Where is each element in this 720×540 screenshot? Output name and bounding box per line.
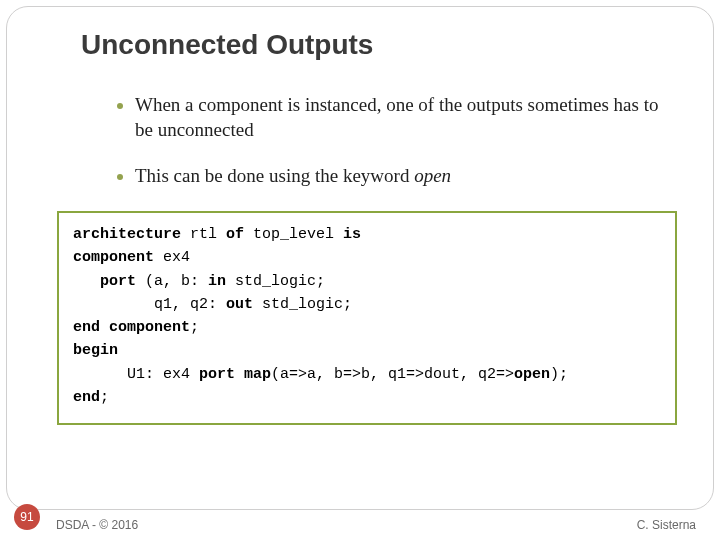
code-run: top_level xyxy=(244,226,343,243)
bullet-dot-icon xyxy=(117,103,123,109)
code-run: ex4 xyxy=(154,249,190,266)
bullet-text: When a component is instanced, one of th… xyxy=(135,93,673,142)
bullet-list: When a component is instanced, one of th… xyxy=(7,79,713,189)
code-run: ; xyxy=(100,389,109,406)
code-kw: is xyxy=(343,226,361,243)
bullet-item: This can be done using the keyword open xyxy=(117,164,673,189)
code-run: q1, q2: xyxy=(73,296,226,313)
slide-frame: Unconnected Outputs When a component is … xyxy=(6,6,714,510)
footer-right: C. Sisterna xyxy=(637,518,696,532)
code-kw: open xyxy=(514,366,550,383)
code-run: (a=>a, b=>b, q1=>dout, q2=> xyxy=(271,366,514,383)
code-kw: component xyxy=(73,249,154,266)
code-kw: end xyxy=(73,389,100,406)
code-line: architecture rtl of top_level is xyxy=(73,223,661,246)
code-kw: architecture xyxy=(73,226,181,243)
code-kw: port xyxy=(100,273,136,290)
code-kw: port map xyxy=(199,366,271,383)
code-run: rtl xyxy=(181,226,226,243)
code-kw: in xyxy=(208,273,226,290)
code-kw: begin xyxy=(73,342,118,359)
footer-left: DSDA - © 2016 xyxy=(56,518,138,532)
footer: DSDA - © 2016 C. Sisterna xyxy=(56,518,696,532)
page-number-badge: 91 xyxy=(14,504,40,530)
code-kw: of xyxy=(226,226,244,243)
code-run: std_logic; xyxy=(253,296,352,313)
code-line: begin xyxy=(73,339,661,362)
code-run: ); xyxy=(550,366,568,383)
bullet-dot-icon xyxy=(117,174,123,180)
bullet-text-italic: open xyxy=(414,165,451,186)
code-run: std_logic; xyxy=(226,273,325,290)
code-run: ; xyxy=(190,319,199,336)
code-line: U1: ex4 port map(a=>a, b=>b, q1=>dout, q… xyxy=(73,363,661,386)
bullet-text: This can be done using the keyword open xyxy=(135,164,451,189)
code-kw: out xyxy=(226,296,253,313)
code-kw: end component xyxy=(73,319,190,336)
code-line: q1, q2: out std_logic; xyxy=(73,293,661,316)
code-block: architecture rtl of top_level is compone… xyxy=(57,211,677,425)
code-line: port (a, b: in std_logic; xyxy=(73,270,661,293)
code-run: U1: ex4 xyxy=(73,366,199,383)
slide-title: Unconnected Outputs xyxy=(7,7,713,79)
code-run xyxy=(73,273,100,290)
code-run: (a, b: xyxy=(136,273,208,290)
bullet-item: When a component is instanced, one of th… xyxy=(117,93,673,142)
code-line: end; xyxy=(73,386,661,409)
code-line: component ex4 xyxy=(73,246,661,269)
bullet-text-run: This can be done using the keyword xyxy=(135,165,414,186)
code-line: end component; xyxy=(73,316,661,339)
